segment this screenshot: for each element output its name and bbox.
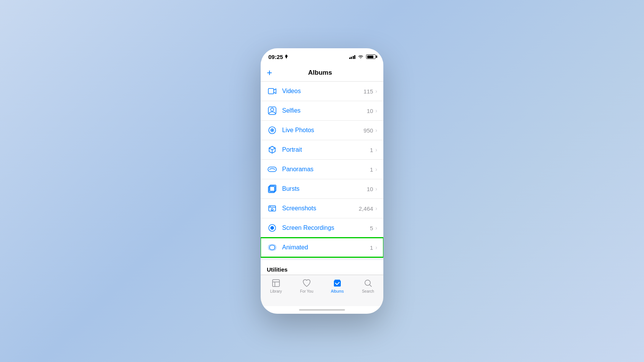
- media-types-section: Videos 115 › Selfies 10 › Live Photos 95…: [261, 82, 383, 257]
- item-count: 1: [370, 166, 373, 173]
- content-area[interactable]: Videos 115 › Selfies 10 › Live Photos 95…: [261, 82, 383, 275]
- battery-icon: [366, 54, 376, 59]
- item-count: 115: [363, 88, 373, 95]
- screenshot-icon: [267, 203, 278, 214]
- chevron-icon: ›: [375, 244, 377, 251]
- video-icon: [267, 86, 278, 97]
- chevron-icon: ›: [375, 88, 377, 94]
- item-count: 10: [367, 186, 373, 192]
- item-label: Bursts: [282, 185, 367, 192]
- signal-icon: [349, 55, 356, 59]
- item-label: Videos: [282, 88, 363, 95]
- item-label: Screenshots: [282, 205, 359, 212]
- chevron-icon: ›: [375, 166, 377, 172]
- bursts-icon: [267, 183, 278, 194]
- list-item[interactable]: Panoramas 1 ›: [261, 160, 383, 179]
- item-count: 1: [370, 244, 373, 251]
- item-count: 10: [367, 108, 373, 114]
- item-label: Screen Recordings: [282, 224, 370, 231]
- list-item[interactable]: Screenshots 2,464 ›: [261, 199, 383, 218]
- livephoto-icon: [267, 125, 278, 136]
- tab-for-you[interactable]: For You: [291, 278, 322, 293]
- screen-recording-icon: [267, 223, 278, 233]
- list-item[interactable]: Portrait 1 ›: [261, 140, 383, 160]
- location-icon: [284, 54, 288, 59]
- portrait-icon: [267, 144, 278, 155]
- chevron-icon: ›: [375, 205, 377, 211]
- tab-label: Search: [362, 289, 374, 293]
- item-label: Portrait: [282, 146, 370, 153]
- list-item[interactable]: Videos 115 ›: [261, 82, 383, 101]
- svg-point-1: [271, 108, 274, 111]
- item-label: Selfies: [282, 107, 367, 114]
- svg-point-13: [271, 226, 274, 229]
- chevron-icon: ›: [375, 108, 377, 114]
- page-title: Albums: [308, 69, 332, 77]
- library-tab-icon: [271, 278, 281, 288]
- list-item[interactable]: Bursts 10 ›: [261, 179, 383, 199]
- item-count: 950: [363, 127, 373, 134]
- item-label: Live Photos: [282, 127, 363, 134]
- chevron-icon: ›: [375, 186, 377, 192]
- status-time: 09:25: [268, 54, 288, 60]
- foryou-tab-icon: [302, 278, 311, 288]
- panorama-icon: [267, 164, 278, 175]
- svg-rect-0: [268, 88, 274, 94]
- home-indicator-area: [261, 306, 383, 314]
- utilities-header: Utilities: [261, 260, 383, 275]
- tab-albums[interactable]: Albums: [322, 278, 353, 293]
- tab-label: For You: [300, 289, 313, 293]
- phone-frame: 09:25 + Albums: [261, 48, 383, 314]
- time-display: 09:25: [268, 54, 283, 60]
- selfies-icon: [267, 105, 278, 116]
- list-item[interactable]: Selfies 10 ›: [261, 101, 383, 121]
- list-item[interactable]: Screen Recordings 5 ›: [261, 218, 383, 238]
- wifi-icon: [358, 54, 364, 59]
- chevron-icon: ›: [375, 127, 377, 133]
- albums-tab-icon: [333, 278, 342, 288]
- tab-label: Albums: [331, 289, 343, 293]
- tab-label: Library: [270, 289, 282, 293]
- svg-rect-21: [335, 280, 340, 281]
- animated-icon: [267, 242, 278, 253]
- item-count: 5: [370, 225, 373, 231]
- add-album-button[interactable]: +: [267, 68, 272, 77]
- home-indicator: [299, 309, 345, 311]
- utilities-section: Utilities Imports 13 › Duplicates 51 ›: [261, 260, 383, 275]
- list-item[interactable]: Live Photos 950 ›: [261, 121, 383, 140]
- nav-bar: + Albums: [261, 65, 383, 82]
- status-icons: [349, 54, 376, 59]
- tab-bar: Library For You Albums: [261, 275, 383, 306]
- search-tab-icon: [363, 278, 373, 288]
- item-label: Animated: [282, 244, 370, 251]
- svg-rect-19: [273, 280, 279, 287]
- svg-point-11: [271, 209, 273, 211]
- tab-library[interactable]: Library: [261, 278, 291, 293]
- item-count: 2,464: [359, 205, 373, 212]
- item-count: 1: [370, 147, 373, 153]
- svg-rect-20: [334, 280, 341, 287]
- status-bar: 09:25: [261, 48, 383, 65]
- chevron-icon: ›: [375, 147, 377, 153]
- list-item-animated[interactable]: Animated 1 ›: [261, 238, 383, 257]
- tab-search[interactable]: Search: [353, 278, 383, 293]
- svg-point-5: [272, 130, 273, 131]
- item-label: Panoramas: [282, 166, 370, 173]
- chevron-icon: ›: [375, 225, 377, 231]
